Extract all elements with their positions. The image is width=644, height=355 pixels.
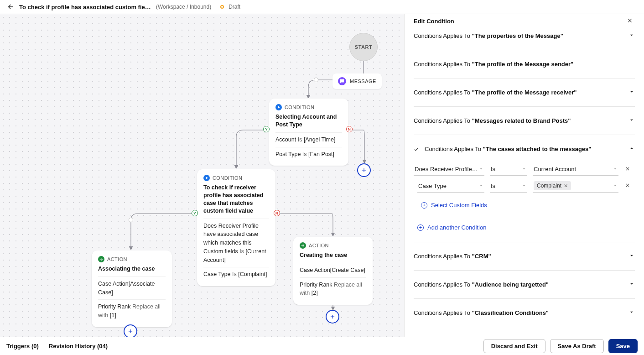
plus-icon bbox=[329, 313, 336, 320]
action-line: Priority Rank Replace all with [2] bbox=[300, 281, 366, 298]
condition-section: Conditions Applies To "Messages related … bbox=[414, 107, 635, 135]
page-title: To check if profile has associated custo… bbox=[19, 4, 151, 10]
section-toggle[interactable]: Conditions Applies To "Audience being ta… bbox=[414, 271, 635, 298]
section-label: Conditions Applies To "Messages related … bbox=[414, 117, 571, 124]
chevron-down-icon bbox=[628, 60, 635, 68]
condition-node-1[interactable]: CONDITION Selecting Account and Post Typ… bbox=[269, 99, 348, 166]
condition-line: Case Type Is [Complaint] bbox=[203, 270, 269, 279]
caret-down-icon bbox=[479, 166, 483, 172]
plus-icon bbox=[361, 167, 367, 173]
discard-button[interactable]: Discard and Exit bbox=[483, 339, 545, 353]
section-label: Conditions Applies To "The profile of th… bbox=[414, 89, 576, 96]
workflow-canvas[interactable]: START MESSAGE CONDITION Selecting Accoun… bbox=[0, 14, 404, 337]
add-node-button[interactable] bbox=[326, 310, 339, 324]
operator-select[interactable]: Is bbox=[490, 163, 527, 176]
action-icon bbox=[98, 256, 104, 262]
section-toggle[interactable]: Conditions Applies To "The properties of… bbox=[414, 28, 635, 50]
operator-select[interactable]: Is bbox=[490, 180, 527, 193]
status-dot-icon bbox=[220, 5, 224, 9]
add-node-button[interactable] bbox=[357, 163, 371, 177]
section-label: Conditions Applies To "CRM" bbox=[414, 253, 491, 260]
section-label: Conditions Applies To "The properties of… bbox=[414, 32, 563, 39]
node-title: Associating the case bbox=[98, 265, 166, 273]
value-select[interactable]: Current Account bbox=[533, 163, 618, 176]
triggers-tab[interactable]: Triggers (0) bbox=[6, 343, 39, 350]
node-type-label: CONDITION bbox=[285, 104, 314, 110]
select-custom-fields-button[interactable]: + Select Custom Fields bbox=[417, 200, 635, 210]
node-title: Creating the case bbox=[300, 251, 366, 259]
revision-history-tab[interactable]: Revision History (04) bbox=[49, 343, 108, 350]
condition-section: Conditions Applies To "Classification Co… bbox=[414, 299, 635, 320]
condition-section: Conditions Applies To "The properties of… bbox=[414, 28, 635, 50]
remove-row-button[interactable] bbox=[624, 165, 631, 174]
caret-down-icon bbox=[522, 166, 526, 172]
add-node-button[interactable] bbox=[124, 324, 137, 337]
condition-section: Conditions Applies To "CRM" bbox=[414, 242, 635, 271]
save-button[interactable]: Save bbox=[608, 339, 638, 353]
start-node[interactable]: START bbox=[349, 33, 378, 61]
remove-row-button[interactable] bbox=[624, 182, 631, 190]
action-line: Case Action[Associate Case] bbox=[98, 280, 166, 297]
message-node[interactable]: MESSAGE bbox=[332, 73, 382, 89]
action-node-1[interactable]: ACTION Associating the case Case Action[… bbox=[92, 251, 172, 327]
condition-section: Conditions Applies To "Audience being ta… bbox=[414, 271, 635, 299]
section-toggle[interactable]: Conditions Applies To "Messages related … bbox=[414, 107, 635, 135]
action-node-2[interactable]: ACTION Creating the case Case Action[Cre… bbox=[293, 237, 373, 305]
chevron-down-icon bbox=[628, 117, 635, 125]
chevron-down-icon bbox=[628, 89, 635, 96]
section-label: Conditions Applies To "Classification Co… bbox=[414, 309, 549, 316]
action-line: Priority Rank Replace all with [1] bbox=[98, 303, 166, 320]
plus-circle-icon: + bbox=[417, 224, 424, 231]
back-button[interactable] bbox=[6, 3, 15, 11]
close-icon bbox=[625, 183, 630, 188]
section-toggle[interactable]: Conditions Applies To "Classification Co… bbox=[414, 299, 635, 320]
connector-dot bbox=[129, 218, 133, 222]
caret-down-icon bbox=[613, 183, 618, 189]
condition-row: Case Type Is bbox=[417, 179, 635, 193]
condition-row: Does Receiver Profile h… Is bbox=[414, 163, 635, 176]
plus-icon bbox=[127, 328, 134, 334]
node-title: To check if receiver profile has associa… bbox=[203, 184, 269, 215]
condition-section-open: Conditions Applies To "The cases attache… bbox=[414, 135, 635, 242]
condition-line: Account Is [Angel Time] bbox=[275, 136, 342, 144]
section-label: Conditions Applies To "The cases attache… bbox=[425, 146, 624, 152]
branch-no-badge: N bbox=[274, 210, 280, 216]
panel-title: Edit Condition bbox=[414, 18, 454, 25]
chip-remove-button[interactable]: ✕ bbox=[564, 183, 568, 189]
value-chip: Complaint ✕ bbox=[534, 181, 571, 190]
chevron-up-icon bbox=[628, 145, 635, 153]
chevron-down-icon bbox=[628, 32, 635, 40]
start-label: START bbox=[355, 44, 372, 50]
app-header: To check if profile has associated custo… bbox=[0, 0, 644, 14]
branch-yes-badge: Y bbox=[192, 210, 198, 216]
section-toggle[interactable]: Conditions Applies To "The profile of th… bbox=[414, 50, 635, 78]
plus-circle-icon: + bbox=[421, 202, 427, 209]
field-select[interactable]: Case Type bbox=[417, 180, 484, 193]
save-draft-button[interactable]: Save As Draft bbox=[550, 339, 604, 353]
condition-line: Post Type Is [Fan Post] bbox=[275, 150, 342, 159]
chevron-down-icon bbox=[628, 309, 635, 317]
condition-node-2[interactable]: CONDITION To check if receiver profile h… bbox=[197, 169, 275, 286]
condition-section: Conditions Applies To "The profile of th… bbox=[414, 50, 635, 78]
node-type-label: CONDITION bbox=[213, 175, 242, 181]
edit-condition-panel: Edit Condition Conditions Applies To "Th… bbox=[404, 14, 644, 337]
value-multiselect[interactable]: Complaint ✕ bbox=[533, 179, 618, 193]
close-icon bbox=[627, 17, 633, 24]
app-footer: Triggers (0) Revision History (04) Disca… bbox=[0, 337, 644, 355]
connector-dot bbox=[314, 78, 318, 82]
action-line: Case Action[Create Case] bbox=[300, 266, 366, 275]
section-toggle[interactable]: Conditions Applies To "The profile of th… bbox=[414, 78, 635, 106]
close-panel-button[interactable] bbox=[625, 16, 635, 27]
section-toggle[interactable]: Conditions Applies To "CRM" bbox=[414, 242, 635, 270]
condition-icon bbox=[203, 175, 210, 181]
message-label: MESSAGE bbox=[350, 78, 376, 84]
section-toggle[interactable]: Conditions Applies To "The cases attache… bbox=[414, 135, 635, 163]
add-condition-button[interactable]: + Add another Condition bbox=[414, 222, 635, 233]
section-label: Conditions Applies To "The profile of th… bbox=[414, 61, 573, 68]
field-select[interactable]: Does Receiver Profile h… bbox=[414, 163, 484, 176]
condition-icon bbox=[275, 104, 282, 110]
branch-yes-badge: Y bbox=[263, 126, 270, 132]
message-icon bbox=[338, 77, 346, 85]
chevron-down-icon bbox=[628, 281, 635, 288]
node-type-label: ACTION bbox=[309, 243, 329, 248]
